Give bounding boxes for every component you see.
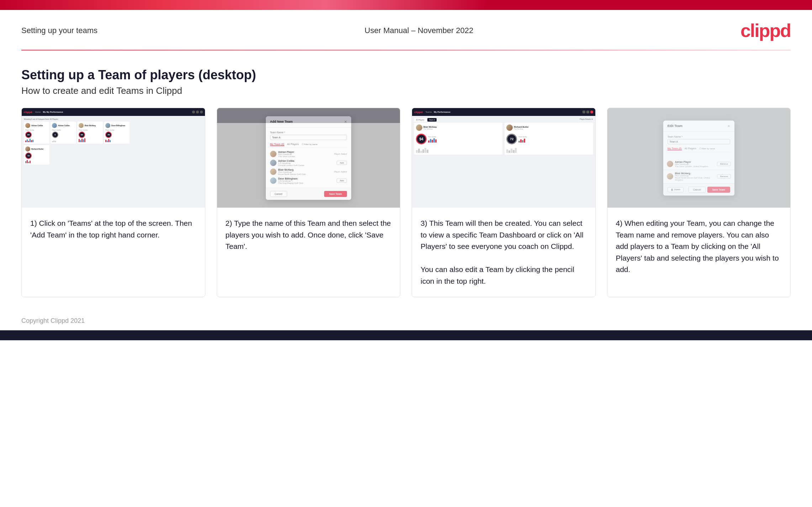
card-3-text: 3) This Team will then be created. You c… (412, 208, 595, 297)
mock-screen-3: clippd Teams My Performance All Players (412, 108, 595, 208)
nav-my-performance: My My Performance (43, 111, 63, 113)
card-3: clippd Teams My Performance All Players (412, 108, 596, 297)
card-4: Edit Team ✕ Team Name * Team A My Team (… (607, 108, 791, 297)
card-1-screenshot: clippd Home My My Performance Showing 6 … (22, 108, 205, 208)
mock-filter-team-a: Team A (427, 118, 437, 122)
card-4-screenshot: Edit Team ✕ Team Name * Team A My Team (… (607, 108, 791, 208)
card-3-screenshot: clippd Teams My Performance All Players (412, 108, 595, 208)
nav3-my-perf: My Performance (434, 111, 450, 113)
nav3-icons (582, 111, 593, 113)
clippd-logo: clippd (740, 20, 791, 41)
mock-lg-p2-name: Richard Butler (514, 126, 528, 128)
header-left-text: Setting up your teams (21, 26, 97, 35)
mock-nav-3: clippd Teams My Performance (412, 108, 595, 116)
card-1: clippd Home My My Performance Showing 6 … (21, 108, 205, 297)
modal-overlay-2: Add New Team ✕ Team Name * Team A My Tea… (217, 108, 400, 208)
mock-nav-items-3: Teams My Performance (426, 111, 450, 113)
nav3-icon-3 (590, 111, 593, 113)
modal-overlay-4: Edit Team ✕ Team Name * Team A My Team (… (607, 108, 791, 208)
mock-top-players: Adrian Coliba Player Quality 84 (24, 122, 203, 144)
copyright-text: Copyright Clippd 2021 (21, 317, 85, 324)
header-center-text: User Manual – November 2022 (365, 26, 474, 35)
card-2-screenshot: Add New Team ✕ Team Name * Team A My Tea… (217, 108, 400, 208)
card-2-text: 2) Type the name of this Team and then s… (217, 208, 400, 297)
card-4-text: 4) When editing your Team, you can chang… (607, 208, 791, 297)
mock-filter-row: All Players Team A Player Details ▼ (414, 118, 593, 122)
mock-filter-options: Player Details ▼ (580, 118, 593, 122)
mock-player-3: Blair McHarg Player Quality 94 (77, 122, 103, 144)
footer: Copyright Clippd 2021 (0, 311, 812, 330)
card-2: Add New Team ✕ Team Name * Team A My Tea… (217, 108, 401, 297)
mock-nav-items-1: Home My My Performance (35, 111, 63, 113)
nav-icon-1 (192, 111, 195, 113)
top-bar (0, 0, 812, 10)
nav3-icon-2 (586, 111, 589, 113)
nav-icon-3 (200, 111, 203, 113)
mock-player-4: Dave Billingham Player Quality 78 (104, 122, 130, 144)
mock-content-3: All Players Team A Player Details ▼ Blai… (412, 116, 595, 208)
mock-player-lg-2: Richard Butler Plus Handicap 72 Team Qua… (505, 123, 593, 155)
modal-bg (217, 108, 400, 208)
mock-breadcrumb-1: Showing 6 out of 6 players from: All Pla… (24, 118, 203, 120)
mock-logo-3: clippd (414, 111, 423, 114)
page-subtitle: How to create and edit Teams in Clippd (21, 85, 791, 96)
nav3-teams: Teams (426, 111, 432, 113)
mock-player-1: Adrian Coliba Player Quality 84 (24, 122, 49, 144)
mock-nav-1: clippd Home My My Performance (22, 108, 205, 116)
mock-bottom-players: Richard Butler 72 (24, 145, 203, 165)
mock-content-1: Showing 6 out of 6 players from: All Pla… (22, 116, 205, 208)
mock-filter-all-players: All Players (414, 118, 426, 122)
mock-player-cards-lg: Blair McHarg Plus Handicap 94 Team Quali… (414, 123, 593, 155)
mock-lg-p1-name: Blair McHarg (423, 126, 437, 128)
mock-lg-score-2: 72 (506, 134, 517, 144)
bottom-bar (0, 330, 812, 340)
page-title-section: Setting up a Team of players (desktop) H… (0, 50, 812, 108)
cards-grid: clippd Home My My Performance Showing 6 … (0, 108, 812, 311)
modal-bg-4 (607, 108, 791, 208)
mock-player-lg-1: Blair McHarg Plus Handicap 94 Team Quali… (414, 123, 502, 155)
mock-player-2: Adrian Coliba Player Quality 0 (51, 122, 76, 144)
mock-logo-1: clippd (24, 111, 32, 114)
nav3-icon-1 (582, 111, 585, 113)
card-1-text: 1) Click on 'Teams' at the top of the sc… (22, 208, 205, 297)
nav-icon-2 (196, 111, 199, 113)
nav-home: Home (35, 111, 41, 113)
header: Setting up your teams User Manual – Nove… (0, 10, 812, 41)
mock-player-5: Richard Butler 72 (24, 145, 49, 165)
page-title: Setting up a Team of players (desktop) (21, 68, 791, 82)
mock-lg-score-1: 94 (416, 134, 427, 144)
